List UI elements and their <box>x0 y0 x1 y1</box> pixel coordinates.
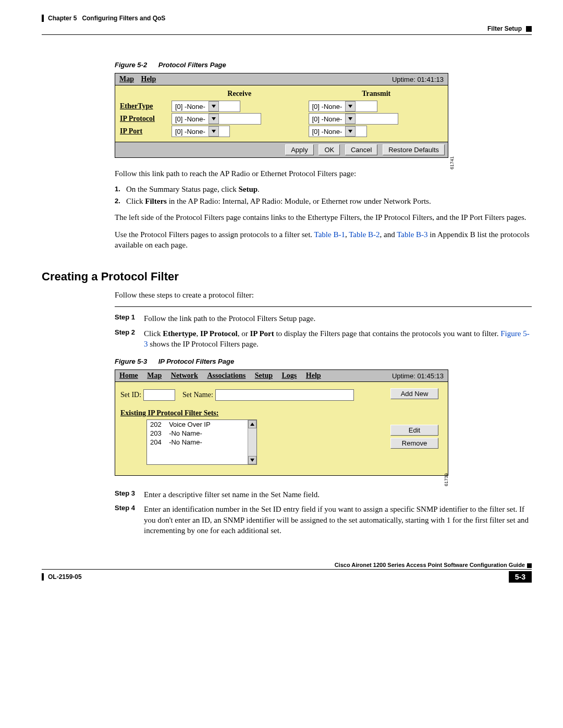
chapter-number: Chapter 5 <box>48 15 77 22</box>
scrollbar[interactable] <box>248 420 256 464</box>
menu-network-link[interactable]: Network <box>171 372 198 379</box>
figure-5-3: Home Map Network Associations Setup Logs… <box>115 369 448 476</box>
ipproto-tx-select[interactable]: [0] -None- <box>309 113 398 125</box>
section-heading: Creating a Protocol Filter <box>42 270 532 283</box>
figure-5-2: Map Help Uptime: 01:41:13 Receive Transm… <box>115 73 448 158</box>
menu-map-link[interactable]: Map <box>147 372 162 379</box>
ipport-link[interactable]: IP Port <box>120 127 142 135</box>
step-label: Step 2 <box>115 328 144 350</box>
ethertype-recv-select[interactable]: [0] -None- <box>172 101 240 112</box>
table-b2-link[interactable]: Table B-2 <box>349 230 380 239</box>
paragraph: Use the Protocol Filters pages to assign… <box>115 229 532 251</box>
chevron-down-icon <box>209 101 219 112</box>
uptime-text: Uptime: 01:41:13 <box>392 76 444 83</box>
chevron-down-icon <box>209 126 219 137</box>
chevron-down-icon <box>345 126 356 137</box>
list-item[interactable]: 204 -No Name- <box>147 438 248 447</box>
remove-button[interactable]: Remove <box>390 438 438 449</box>
ethertype-link[interactable]: EtherType <box>120 102 153 110</box>
step-text: Enter an identification number in the Se… <box>144 504 532 536</box>
add-new-button[interactable]: Add New <box>390 388 438 399</box>
section-name: Filter Setup <box>487 25 522 32</box>
menu-map-link[interactable]: Map <box>119 75 134 83</box>
chevron-down-icon <box>209 114 219 124</box>
ok-button[interactable]: OK <box>319 144 340 155</box>
running-header-right: Filter Setup <box>487 25 532 32</box>
step-label: Step 3 <box>115 489 144 500</box>
chapter-title: Configuring Filters and QoS <box>82 15 165 22</box>
chevron-down-icon <box>345 114 356 124</box>
existing-sets-heading: Existing IP Protocol Filter Sets: <box>120 409 443 417</box>
menu-home-link[interactable]: Home <box>119 372 138 379</box>
edit-button[interactable]: Edit <box>390 425 438 436</box>
step-label: Step 1 <box>115 313 144 324</box>
chevron-down-icon <box>345 101 356 112</box>
apply-button[interactable]: Apply <box>285 144 314 155</box>
table-b1-link[interactable]: Table B-1 <box>314 230 345 239</box>
list-item[interactable]: 203 -No Name- <box>147 429 248 438</box>
set-name-label: Set Name: <box>182 391 213 399</box>
table-b3-link[interactable]: Table B-3 <box>397 230 427 239</box>
menu-associations-link[interactable]: Associations <box>207 372 246 379</box>
paragraph: Follow these steps to create a protocol … <box>115 290 532 300</box>
image-id: 61741 <box>449 156 455 169</box>
image-id: 61739 <box>444 473 449 486</box>
list-item[interactable]: 202 Voice Over IP <box>147 420 248 429</box>
ethertype-tx-select[interactable]: [0] -None- <box>309 101 377 112</box>
filter-sets-listbox[interactable]: 202 Voice Over IP 203 -No Name- 204 -No … <box>146 419 257 465</box>
footer-book-title: Cisco Aironet 1200 Series Access Point S… <box>42 562 532 570</box>
paragraph: Follow this link path to reach the AP Ra… <box>115 168 532 179</box>
col-transmit: Transmit <box>308 88 445 100</box>
uptime-text: Uptime: 01:45:13 <box>392 372 444 380</box>
menu-logs-link[interactable]: Logs <box>282 372 297 379</box>
list-item: 1. On the Summary Status page, click Set… <box>115 185 532 194</box>
step-text: Click Ethertype, IP Protocol, or IP Port… <box>144 328 532 350</box>
restore-defaults-button[interactable]: Restore Defaults <box>383 144 445 155</box>
cancel-button[interactable]: Cancel <box>345 144 377 155</box>
chevron-up-icon[interactable] <box>248 420 256 428</box>
chevron-down-icon[interactable] <box>248 456 256 464</box>
set-id-label: Set ID: <box>120 391 141 399</box>
menu-help-link[interactable]: Help <box>141 75 156 83</box>
step-label: Step 4 <box>115 504 144 536</box>
running-header-left: Chapter 5 Configuring Filters and QoS <box>42 15 532 22</box>
list-item: 2. Click Filters in the AP Radio: Intern… <box>115 197 532 206</box>
ipport-recv-select[interactable]: [0] -None- <box>172 126 230 137</box>
col-receive: Receive <box>171 88 308 100</box>
menu-help-link[interactable]: Help <box>306 372 321 379</box>
ipproto-recv-select[interactable]: [0] -None- <box>172 113 261 125</box>
page-number: 5-3 <box>509 571 532 583</box>
footer-doc-id: OL-2159-05 <box>42 573 82 581</box>
menu-setup-link[interactable]: Setup <box>255 372 273 379</box>
paragraph: The left side of the Protocol Filters pa… <box>115 212 532 223</box>
set-id-input[interactable] <box>143 389 175 401</box>
figure-5-2-caption: Figure 5-2 Protocol Filters Page <box>115 61 532 69</box>
set-name-input[interactable] <box>215 389 354 401</box>
figure-5-3-caption: Figure 5-3 IP Protocol Filters Page <box>115 357 532 365</box>
ipport-tx-select[interactable]: [0] -None- <box>309 126 367 137</box>
step-text: Enter a descriptive filter set name in t… <box>144 489 532 500</box>
ipprotocol-link[interactable]: IP Protocol <box>120 115 155 122</box>
step-text: Follow the link path to the Protocol Fil… <box>144 313 532 324</box>
